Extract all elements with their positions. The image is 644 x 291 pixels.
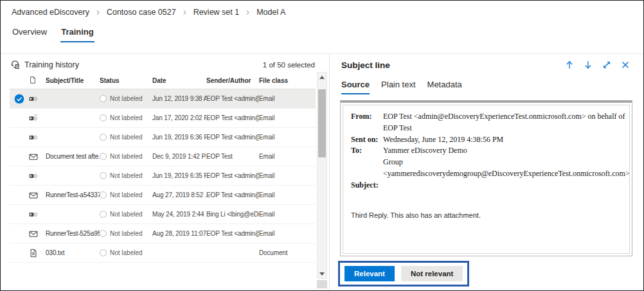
file-type-icon	[29, 191, 38, 200]
breadcrumb-item-current[interactable]: Model A	[256, 8, 285, 17]
not-labeled-radio-icon[interactable]	[100, 191, 107, 198]
not-labeled-radio-icon[interactable]	[100, 230, 107, 237]
breadcrumb-item[interactable]: Advanced eDiscovery	[12, 8, 89, 17]
fileclass-cell: Email	[259, 191, 316, 198]
file-type-icon	[29, 229, 38, 238]
training-history-label: Training history	[24, 60, 79, 69]
fileclass-cell: Email	[259, 153, 316, 160]
selected-check-icon[interactable]	[14, 171, 24, 181]
history-icon	[10, 60, 20, 69]
page-tab-bar: Overview Training	[12, 26, 94, 42]
selected-check-icon[interactable]	[14, 229, 24, 239]
not-relevant-button[interactable]: Not relevant	[401, 266, 463, 281]
fileclass-cell: Email	[259, 211, 316, 218]
tab-overview[interactable]: Overview	[12, 26, 48, 42]
email-from-label: From:	[351, 111, 380, 134]
table-row[interactable]: RunnerTest-525a95... Not labeled Aug 28,…	[10, 224, 316, 243]
selected-check-icon[interactable]	[14, 113, 24, 123]
email-subject-value	[383, 180, 630, 191]
date-cell: Aug 27, 2019 8:52 ...	[152, 191, 206, 198]
column-header-status[interactable]: Status	[100, 77, 152, 84]
not-labeled-radio-icon[interactable]	[100, 114, 107, 121]
selected-check-icon[interactable]	[14, 94, 24, 104]
email-body: Third Reply. This also has an attachment…	[351, 210, 622, 220]
selected-check-icon[interactable]	[14, 190, 24, 200]
preview-title: Subject line	[341, 60, 390, 70]
column-header-subject[interactable]: Subject/Title	[46, 77, 100, 84]
not-labeled-radio-icon[interactable]	[100, 211, 107, 218]
subject-cell: 030.txt	[46, 249, 100, 256]
scroll-up-arrow[interactable]	[318, 73, 326, 82]
selected-check-icon[interactable]	[14, 248, 24, 258]
relevant-button[interactable]: Relevant	[344, 266, 395, 281]
status-cell: Not labeled	[100, 172, 152, 179]
email-subject-label: Subject:	[351, 180, 380, 191]
date-cell: Jun 19, 2019 6:36 PM	[152, 134, 206, 141]
file-type-icon	[29, 210, 38, 219]
column-header-sender[interactable]: Sender/Author	[206, 77, 259, 84]
sender-cell: EOP Test <admin@...	[206, 95, 259, 102]
breadcrumb-item[interactable]: Review set 1	[193, 8, 240, 17]
page-icon	[29, 76, 38, 85]
table-row[interactable]: RunnerTest-a54337... Not labeled Aug 27,…	[10, 186, 316, 205]
table-row[interactable]: Not labeled Jun 19, 2019 6:36 PM EOP Tes…	[10, 128, 316, 147]
not-labeled-radio-icon[interactable]	[100, 134, 107, 141]
breadcrumb-item[interactable]: Contoso case 0527	[107, 8, 176, 17]
subject-cell: RunnerTest-a54337...	[46, 191, 100, 198]
training-history-title: Training history	[10, 60, 79, 69]
not-labeled-radio-icon[interactable]	[100, 249, 107, 256]
fileclass-cell: Email	[259, 95, 316, 102]
not-labeled-radio-icon[interactable]	[100, 95, 107, 102]
scroll-down-arrow[interactable]	[318, 269, 326, 278]
training-history-panel: Training history 1 of 50 selected Subjec…	[1, 54, 328, 290]
sender-cell: EOP Test <admin@...	[206, 172, 259, 179]
document-table: Subject/Title Status Date Sender/Author …	[10, 72, 316, 263]
fileclass-cell: Document	[259, 249, 316, 256]
date-cell: Dec 9, 2019 1:42 PM	[152, 153, 206, 160]
expand-icon[interactable]	[602, 60, 612, 70]
date-cell: Jun 19, 2019 6:35 PM	[152, 172, 206, 179]
tab-metadata[interactable]: Metadata	[427, 80, 462, 94]
status-cell: Not labeled	[100, 249, 152, 256]
sender-cell: EOP Test	[206, 153, 259, 160]
vertical-scrollbar[interactable]	[317, 72, 327, 279]
chevron-right-icon	[95, 10, 101, 15]
subject-cell: Document test afte...	[46, 153, 100, 160]
selected-check-icon[interactable]	[14, 152, 24, 162]
table-row[interactable]: Not labeled Jun 19, 2019 6:35 PM EOP Tes…	[10, 166, 316, 186]
up-arrow-icon[interactable]	[564, 60, 575, 70]
file-type-icon	[29, 114, 38, 123]
column-header-date[interactable]: Date	[152, 77, 206, 84]
column-header-fileclass[interactable]: File class	[259, 77, 316, 84]
tab-training[interactable]: Training	[60, 26, 94, 42]
sender-cell: EOP Test <admin@...	[206, 230, 259, 237]
table-row[interactable]: Not labeled May 24, 2019 2:44 ... Bing L…	[10, 205, 316, 224]
close-icon[interactable]	[620, 60, 631, 70]
selected-check-icon[interactable]	[14, 132, 24, 143]
subject-cell: RunnerTest-525a95...	[46, 230, 100, 237]
not-labeled-radio-icon[interactable]	[100, 172, 107, 179]
fileclass-cell: Email	[259, 230, 316, 237]
preview-tab-bar: Source Plain text Metadata	[330, 70, 643, 94]
selection-status: 1 of 50 selected	[263, 61, 315, 69]
selected-check-icon[interactable]	[14, 209, 24, 220]
sender-cell: EOP Test <admin@...	[206, 134, 259, 141]
preview-toolbar	[564, 60, 631, 70]
file-type-icon	[29, 152, 38, 161]
table-row[interactable]: Not labeled Jan 17, 2020 2:02 PM EOP Tes…	[10, 109, 316, 128]
table-row[interactable]: Document test afte... Not labeled Dec 9,…	[10, 147, 316, 166]
table-row[interactable]: 030.txt Not labeled Document	[10, 243, 316, 263]
scrollbar-corner	[317, 280, 327, 288]
tab-source[interactable]: Source	[341, 80, 370, 94]
status-cell: Not labeled	[100, 95, 152, 102]
date-cell: Jan 17, 2020 2:02 PM	[152, 114, 206, 121]
relevance-button-group: Relevant Not relevant	[338, 261, 469, 287]
fileclass-cell: Email	[259, 134, 316, 141]
tab-plain-text[interactable]: Plain text	[381, 80, 415, 94]
scrollbar-thumb[interactable]	[318, 89, 326, 157]
preview-panel: Subject line Source Plain text Metadata …	[329, 54, 643, 290]
table-body: Not labeled Jun 12, 2019 9:38 A... EOP T…	[10, 89, 316, 263]
table-row[interactable]: Not labeled Jun 12, 2019 9:38 A... EOP T…	[10, 89, 316, 109]
down-arrow-icon[interactable]	[583, 60, 593, 70]
not-labeled-radio-icon[interactable]	[100, 153, 107, 160]
